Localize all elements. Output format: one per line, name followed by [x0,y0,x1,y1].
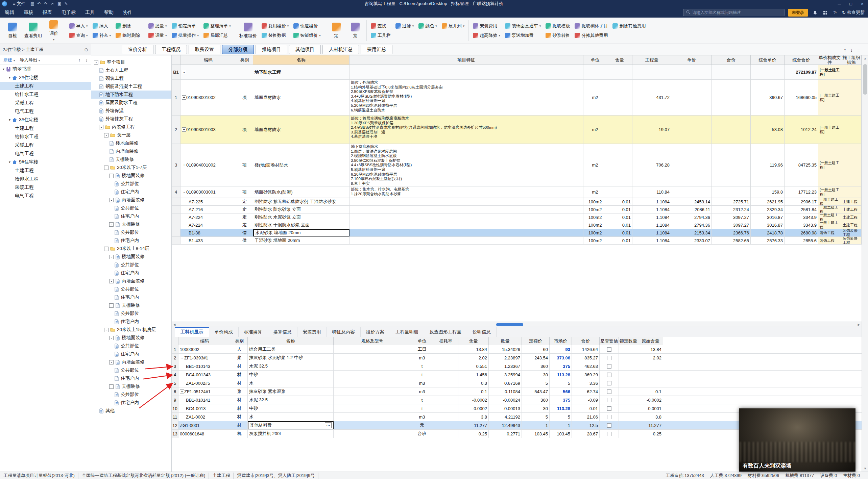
section-tree-item[interactable]: 外墙抹灰工程 [91,115,171,123]
scrollbar-thumb[interactable] [496,323,523,326]
toolbar-button[interactable]: 快速组价 [291,22,323,30]
checkbox[interactable] [607,398,611,402]
sidebar-tree-item[interactable]: 土建工程 [0,124,91,132]
nav-tab[interactable]: 分部分项 [222,45,254,54]
sidebar-tree-item[interactable]: 采暖工程 [0,141,91,149]
section-tree-item[interactable]: 楼地面装修 [91,139,171,147]
toolbar-button[interactable]: 插入 [91,22,113,30]
format-brush-icon[interactable]: ✎ [63,1,70,6]
section-tree-item[interactable]: 公共部位 [91,285,171,293]
sidebar-tree-item[interactable]: 电气工程 [0,107,91,116]
expand-box-icon[interactable]: - [109,255,114,259]
expand-box-icon[interactable]: - [182,190,186,194]
checkbox[interactable] [607,381,611,385]
sidebar-tree-item[interactable]: 给排水工程 [0,132,91,141]
section-tree-item[interactable]: 地下防水工程 [91,91,171,99]
section-tree-item[interactable]: 住宅户内 [91,399,171,407]
section-tree-item[interactable]: -内墙面装修 [91,358,171,366]
move-up-icon[interactable]: ↑ [844,47,846,53]
section-tree-item[interactable]: 屋面及防水工程 [91,99,171,107]
sidebar-tree-item[interactable]: 土建工程 [0,82,91,90]
grid-row[interactable]: B1-地下防水工程272109.87[一般土建工程] [172,65,862,80]
section-tree-item[interactable]: 其他 [91,407,171,415]
expand-box-icon[interactable]: - [180,356,184,360]
section-tree-item[interactable]: 公共部位 [91,180,171,188]
section-tree-item[interactable]: 住宅户内 [91,236,171,245]
grid-row[interactable]: 3+010904001002项楼(地)面卷材防水地下室底板防水 1.面层：做法详… [172,144,862,186]
grid-row[interactable]: 1+010903001002项墙面卷材防水部位：外墙防水 1.结构外墙基础以下0… [172,80,862,116]
checkbox[interactable] [607,432,611,436]
toolbar-button[interactable]: 标准组价 [237,19,259,43]
checkbox[interactable] [607,415,611,419]
section-tree-item[interactable]: 住宅户内 [91,188,171,196]
toolbar-button[interactable]: 临时删除 [114,31,142,40]
toolbar-button[interactable]: 整理清单▾ [201,22,233,30]
detail-tab[interactable]: 反查图形工程量 [424,327,467,337]
expand-box-icon[interactable]: - [104,166,108,170]
section-tree-item[interactable]: -内墙面装修 [91,277,171,285]
toolbar-button[interactable]: 查找 [369,22,393,30]
toolbar-button[interactable]: 展开到▾ [440,22,467,30]
save-icon[interactable]: ▦ [29,1,36,6]
menu-item[interactable]: 报表 [38,7,57,18]
detail-tab[interactable]: 说明信息 [467,327,497,337]
expand-box-icon[interactable]: - [109,279,114,283]
section-tree-item[interactable]: 住宅户内 [91,212,171,220]
toolbar-button[interactable]: 智能组价▾ [291,31,323,40]
toolbar-button[interactable]: 导入▾ [67,22,90,30]
help-icon[interactable]: ?▾ [832,9,839,16]
section-tree-item[interactable]: 公共部位 [91,309,171,318]
toolbar-button[interactable]: 砂浆转换 [544,31,572,40]
checkbox[interactable] [607,406,611,411]
toolbar-button[interactable]: 泵送增加费 [503,31,543,40]
toolbar-button[interactable]: 工具栏 [369,31,393,40]
toolbar-button[interactable]: 查看费用 [22,19,44,43]
nav-tab[interactable]: 其他项目 [289,45,321,54]
checkbox[interactable] [607,356,611,360]
toolbar-button[interactable]: 提取模板 [544,22,572,30]
sidebar-tree-item[interactable]: 采暖工程 [0,99,91,107]
undo-icon[interactable]: ↶ [36,1,43,6]
section-tree-item[interactable]: -楼地面装修 [91,253,171,261]
expand-box-icon[interactable]: - [109,360,114,364]
checkbox[interactable] [607,364,611,369]
menu-item[interactable]: 编辑 [0,7,19,18]
grid-row[interactable]: 4BC4-001343材中砂t1.4563.2599430113.28369.2… [172,371,862,379]
expand-box-icon[interactable]: - [104,328,108,332]
scroll-up-icon[interactable]: ▲ [862,55,868,61]
expand-box-icon[interactable]: - [109,198,114,202]
sidebar-tree-item[interactable]: 土建工程 [0,166,91,175]
toolbar-button[interactable]: 装饰面直通车▾ [503,22,543,30]
search-box[interactable] [683,9,785,16]
import-export-button[interactable]: 导入导出 ▾ [20,57,40,63]
section-tree-item[interactable]: 公共部位 [91,261,171,269]
expand-box-icon[interactable]: - [104,247,108,251]
toolbar-button[interactable]: 过滤▾ [393,22,416,30]
section-tree-item[interactable]: 内墙面装修 [91,147,171,155]
toolbar-button[interactable]: 调价▾ [45,19,63,43]
expand-box-icon[interactable]: + [182,163,186,167]
grid-row[interactable]: A7-225定刚性防水 掺无机铝盐防水剂 干混防水砂浆100m20.011.10… [172,198,862,206]
section-tree-item[interactable]: 住宅户内 [91,293,171,301]
nav-tab[interactable]: 造价分析 [122,45,153,54]
detail-tab[interactable]: 安装费用 [297,327,327,337]
expand-box-icon[interactable]: + [180,389,184,394]
section-tree-item[interactable]: -整个项目 [91,58,171,66]
section-tree-item[interactable]: 钢筋及混凝土工程 [91,82,171,91]
section-tree-item[interactable]: 公共部位 [91,390,171,399]
grid-row[interactable]: 2+010903001003项墙面卷材防水部位：首层空调板和飘窗底板防水 1.2… [172,116,862,144]
nav-tab[interactable]: 取费设置 [189,45,220,54]
expand-box-icon[interactable]: - [182,70,186,74]
section-tree-item[interactable]: 土石方工程 [91,66,171,74]
copy-icon[interactable]: ▣ [56,1,63,6]
login-button[interactable]: 未登录 [788,9,808,17]
toolbar-button[interactable]: 局部汇总 [201,31,233,40]
sidebar-tree-item[interactable]: 电气工程 [0,192,91,200]
sidebar-tree-item[interactable]: 给排水工程 [0,90,91,99]
detail-tab[interactable]: 单价构成 [209,327,239,337]
menu-item[interactable]: 协作 [118,7,137,18]
nav-tab[interactable]: 费用汇总 [361,45,392,54]
more-options-button[interactable]: ⋯ [325,422,332,428]
expand-box-icon[interactable]: - [109,336,114,340]
section-tree-item[interactable]: 天棚装修 [91,155,171,163]
